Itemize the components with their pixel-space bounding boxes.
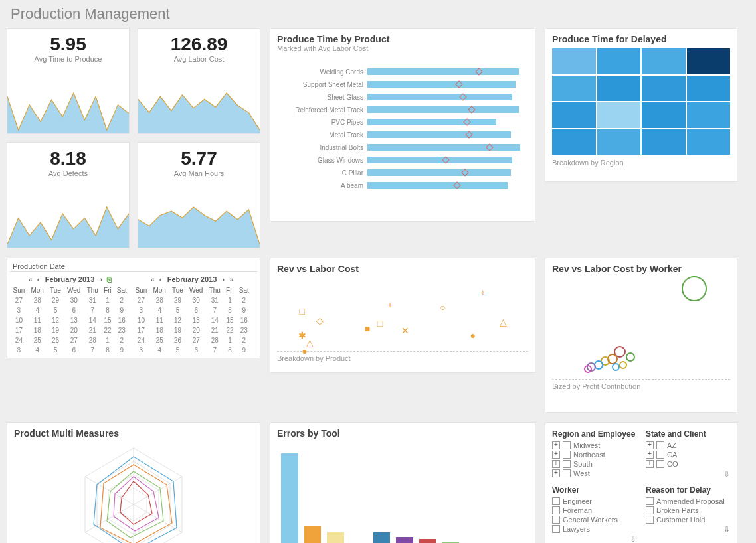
scatter-point[interactable]: + [387, 299, 393, 310]
heatmap-cell[interactable] [552, 76, 596, 102]
ptbp-row[interactable]: Sheet Glass [270, 92, 527, 102]
kpi-card[interactable]: 5.77Avg Man Hours [138, 142, 260, 248]
checkbox[interactable] [563, 460, 571, 468]
calendar-day[interactable]: 20 [186, 325, 206, 335]
ptbp-row[interactable]: C Pillar [270, 168, 527, 177]
heatmap-cell[interactable] [687, 76, 731, 102]
calendar-day[interactable]: 16 [114, 315, 130, 325]
calendar-day[interactable]: 2 [236, 335, 252, 345]
scatter-point[interactable]: ✕ [401, 325, 409, 336]
filter-item[interactable]: +Northeast [552, 451, 636, 459]
calendar-day[interactable]: 9 [236, 345, 252, 355]
calendar-day[interactable]: 21 [206, 325, 223, 335]
calendar-day[interactable]: 10 [10, 315, 28, 325]
calendar-day[interactable]: 4 [28, 345, 47, 355]
calendar-day[interactable]: 19 [47, 325, 64, 335]
calendar-day[interactable]: 8 [101, 345, 114, 355]
checkbox[interactable] [552, 516, 560, 524]
heatmap-cell[interactable] [642, 76, 686, 102]
expand-icon[interactable]: + [646, 460, 654, 468]
calendar-day[interactable]: 6 [186, 345, 206, 355]
calendar-day[interactable]: 24 [132, 335, 150, 345]
calendar-day[interactable]: 21 [84, 325, 101, 335]
scatter-circle[interactable] [682, 276, 707, 301]
scatter-point[interactable]: ● [470, 330, 476, 341]
ptbp-row[interactable]: A beam [270, 181, 527, 190]
heatmap-cell[interactable] [552, 48, 596, 74]
calendar-day[interactable]: 1 [223, 295, 236, 305]
calendar-day[interactable]: 8 [223, 305, 236, 315]
expand-icon[interactable]: + [646, 441, 654, 449]
calendar-day[interactable]: 31 [84, 295, 101, 305]
filter-item[interactable]: +CO [646, 460, 730, 468]
scatter-point[interactable]: ■ [365, 323, 370, 334]
scatter-point[interactable]: + [480, 287, 486, 298]
expand-icon[interactable]: + [552, 469, 560, 477]
checkbox[interactable] [656, 460, 664, 468]
heatmap-cell[interactable] [687, 102, 731, 128]
filter-item[interactable]: +South [552, 460, 636, 468]
heatmap-cell[interactable] [687, 129, 731, 155]
heatmap-cell[interactable] [552, 129, 596, 155]
heatmap-cell[interactable] [597, 76, 641, 102]
calendar-link-icon[interactable]: ⎘ [105, 273, 113, 285]
calendar-day[interactable]: 15 [101, 315, 114, 325]
calendar-next-button[interactable]: › [219, 273, 227, 285]
filter-item[interactable]: +West [552, 469, 636, 477]
calendar-day[interactable]: 5 [169, 345, 187, 355]
kpi-card[interactable]: 126.89Avg Labor Cost [138, 28, 260, 134]
calendar-day[interactable]: 5 [47, 305, 64, 315]
scatter-circle[interactable] [612, 363, 620, 371]
error-bar[interactable] [327, 532, 344, 543]
calendar-day[interactable]: 2 [114, 295, 130, 305]
calendar-day[interactable]: 26 [169, 335, 187, 345]
calendar-day[interactable]: 1 [223, 335, 236, 345]
calendar-day[interactable]: 4 [150, 305, 169, 315]
calendar-day[interactable]: 20 [64, 325, 84, 335]
filter-item[interactable]: +AZ [646, 441, 730, 449]
calendar-day[interactable]: 9 [114, 305, 130, 315]
heatmap-cell[interactable] [642, 129, 686, 155]
calendar-day[interactable]: 22 [101, 325, 114, 335]
chevron-down-icon[interactable]: ⇩ [630, 534, 636, 543]
calendar-day[interactable]: 28 [206, 335, 223, 345]
ptbp-row[interactable]: Glass Windows [270, 155, 527, 165]
scatter-point[interactable]: ○ [440, 302, 445, 313]
calendar-prev-button[interactable]: ‹ [35, 273, 43, 285]
calendar-day[interactable]: 29 [47, 295, 64, 305]
calendar-next-button[interactable]: › [97, 273, 105, 285]
expand-icon[interactable]: + [552, 460, 560, 468]
calendar-day[interactable]: 4 [28, 305, 47, 315]
calendar-day[interactable]: 25 [28, 335, 47, 345]
chevron-down-icon[interactable]: ⇩ [723, 525, 730, 534]
heatmap-cell[interactable] [687, 48, 731, 74]
filter-item[interactable]: +Midwest [552, 441, 636, 449]
filter-item[interactable]: General Workers [552, 516, 636, 524]
calendar-day[interactable]: 13 [64, 315, 84, 325]
scatter-circle[interactable] [619, 361, 627, 369]
scatter-point[interactable]: □ [300, 306, 305, 317]
checkbox[interactable] [646, 497, 654, 505]
calendar-day[interactable]: 28 [28, 295, 47, 305]
calendar-day[interactable]: 5 [47, 345, 64, 355]
calendar-day[interactable]: 30 [186, 295, 206, 305]
calendar-day[interactable]: 9 [114, 345, 130, 355]
error-bar[interactable] [304, 526, 322, 543]
calendar-day[interactable]: 19 [169, 325, 187, 335]
calendar-day[interactable]: 6 [64, 345, 84, 355]
calendar-day[interactable]: 23 [114, 325, 130, 335]
calendar-day[interactable]: 18 [28, 325, 47, 335]
calendar-day[interactable]: 17 [10, 325, 28, 335]
calendar-day[interactable]: 28 [150, 295, 169, 305]
ptbp-row[interactable]: Metal Track [270, 130, 527, 139]
checkbox[interactable] [552, 525, 560, 533]
scatter-point[interactable]: ◇ [316, 315, 324, 326]
heatmap-cell[interactable] [597, 48, 641, 74]
calendar-day[interactable]: 3 [132, 345, 150, 355]
calendar-next-fast-button[interactable]: » [227, 273, 235, 285]
scatter-point[interactable]: □ [377, 318, 383, 329]
calendar-day[interactable]: 23 [236, 325, 252, 335]
calendar-day[interactable]: 30 [64, 295, 84, 305]
scatter-circle[interactable] [626, 352, 635, 362]
filter-item[interactable]: Customer Hold [646, 516, 730, 524]
